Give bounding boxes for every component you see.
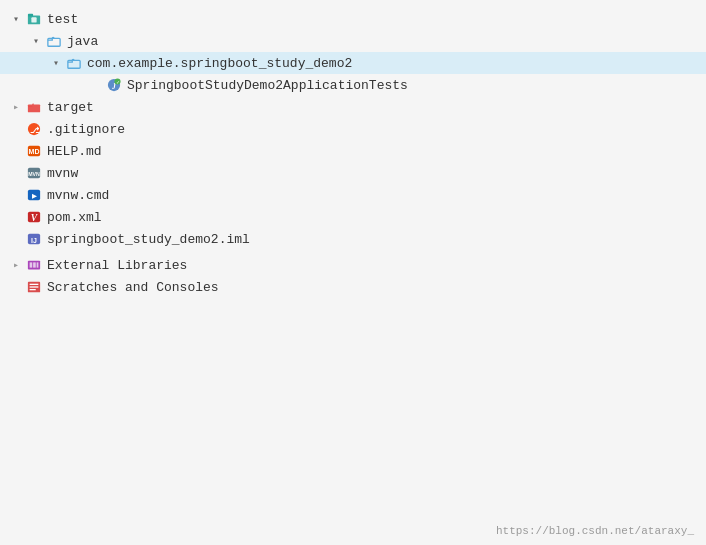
tree-item-mvnw-cmd[interactable]: ▶ mvnw.cmd — [0, 184, 706, 206]
file-tree: ▾ test ▾ java ▾ com.examp — [0, 0, 706, 545]
mvnw-cmd-label: mvnw.cmd — [47, 188, 109, 203]
maven-icon: V — [26, 209, 42, 225]
target-label: target — [47, 100, 94, 115]
tree-item-iml[interactable]: IJ springboot_study_demo2.iml — [0, 228, 706, 250]
chevron-ext-lib: ▸ — [8, 257, 24, 273]
tree-item-springboot-test[interactable]: J ✓ SpringbootStudyDemo2ApplicationTests — [0, 74, 706, 96]
cmd-icon: ▶ — [26, 187, 42, 203]
no-chevron-git — [8, 121, 24, 137]
com-example-label: com.example.springboot_study_demo2 — [87, 56, 352, 71]
chevron-java: ▾ — [28, 33, 44, 49]
no-chevron-cmd — [8, 187, 24, 203]
svg-rect-9 — [28, 104, 40, 112]
no-chevron-mvnw — [8, 165, 24, 181]
svg-text:MVN: MVN — [28, 171, 40, 177]
svg-rect-2 — [31, 17, 36, 22]
tree-item-gitignore[interactable]: ⎇ .gitignore — [0, 118, 706, 140]
svg-rect-1 — [28, 14, 33, 17]
svg-rect-24 — [33, 262, 36, 267]
bottom-url: https://blog.csdn.net/ataraxy_ — [496, 525, 694, 537]
test-folder-icon — [26, 11, 42, 27]
tree-item-target[interactable]: ▸ target — [0, 96, 706, 118]
java-label: java — [67, 34, 98, 49]
svg-rect-23 — [30, 262, 33, 267]
test-label: test — [47, 12, 78, 27]
tree-item-scratches[interactable]: Scratches and Consoles — [0, 276, 706, 298]
tree-item-help-md[interactable]: MD HELP.md — [0, 140, 706, 162]
mvnw-label: mvnw — [47, 166, 78, 181]
svg-text:⎇: ⎇ — [30, 126, 40, 135]
no-chevron-iml — [8, 231, 24, 247]
external-libraries-label: External Libraries — [47, 258, 187, 273]
mvnw-icon: MVN — [26, 165, 42, 181]
scratches-label: Scratches and Consoles — [47, 280, 219, 295]
svg-text:IJ: IJ — [31, 237, 37, 244]
no-chevron-pom — [8, 209, 24, 225]
gitignore-label: .gitignore — [47, 122, 125, 137]
iml-label: springboot_study_demo2.iml — [47, 232, 250, 247]
tree-item-mvnw[interactable]: MVN mvnw — [0, 162, 706, 184]
no-chevron — [88, 77, 104, 93]
java-test-icon: J ✓ — [106, 77, 122, 93]
folder-java-icon — [46, 33, 62, 49]
svg-rect-25 — [37, 262, 39, 267]
chevron-com-example: ▾ — [48, 55, 64, 71]
tree-item-external-libraries[interactable]: ▸ External Libraries — [0, 254, 706, 276]
scratches-icon — [26, 279, 42, 295]
help-md-label: HELP.md — [47, 144, 102, 159]
library-icon — [26, 257, 42, 273]
tree-item-com-example[interactable]: ▾ com.example.springboot_study_demo2 — [0, 52, 706, 74]
chevron-test: ▾ — [8, 11, 24, 27]
iml-icon: IJ — [26, 231, 42, 247]
folder-com-icon — [66, 55, 82, 71]
markdown-icon: MD — [26, 143, 42, 159]
tree-item-pom-xml[interactable]: V pom.xml — [0, 206, 706, 228]
no-chevron-help — [8, 143, 24, 159]
no-chevron-scratches — [8, 279, 24, 295]
tree-item-java[interactable]: ▾ java — [0, 30, 706, 52]
svg-text:▶: ▶ — [32, 192, 37, 199]
folder-target-icon — [26, 99, 42, 115]
tree-item-test[interactable]: ▾ test — [0, 8, 706, 30]
svg-text:✓: ✓ — [116, 79, 120, 85]
pom-xml-label: pom.xml — [47, 210, 102, 225]
chevron-target: ▸ — [8, 99, 24, 115]
git-icon: ⎇ — [26, 121, 42, 137]
springboot-test-label: SpringbootStudyDemo2ApplicationTests — [127, 78, 408, 93]
svg-text:MD: MD — [29, 148, 40, 155]
